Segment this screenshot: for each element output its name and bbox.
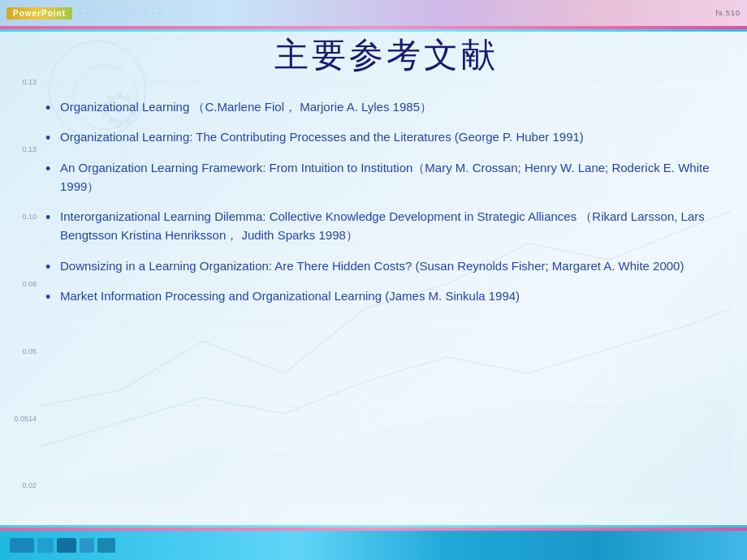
side-label-2: 0.13 [3, 145, 40, 153]
reference-text-3: An Organization Learning Framework: From… [60, 161, 709, 193]
side-label-4: 0.08 [3, 280, 40, 288]
slide-container: ⚙ PowerPoint · · · · · · · · · · · · fs.… [0, 0, 747, 560]
bottom-bar-blocks [10, 538, 115, 553]
bottom-bar [0, 531, 747, 560]
side-label-1: 0.13 [3, 78, 40, 86]
side-label-7: 0.02 [3, 481, 40, 489]
accent-line-teal-top [0, 29, 747, 32]
reference-text-4: Interorganizational Learning Dilemma: Co… [60, 209, 705, 242]
list-item: Organizational Learning （C.Marlene Fiol，… [42, 97, 731, 116]
top-bar-right: fs.510 [715, 9, 741, 17]
top-bar: PowerPoint · · · · · · · · · · · · fs.51… [0, 0, 747, 26]
side-label-3: 0.10 [3, 213, 40, 221]
bottom-block-2 [37, 538, 54, 553]
list-item: Interorganizational Learning Dilemma: Co… [42, 207, 731, 245]
reference-text-1: Organizational Learning （C.Marlene Fiol，… [60, 100, 432, 114]
list-item: Downsizing in a Learning Organization: A… [42, 256, 731, 275]
side-label-6: 0.0514 [3, 415, 40, 423]
bottom-block-4 [80, 538, 94, 553]
content-area: 主要参考文献 Organizational Learning （C.Marlen… [42, 32, 731, 523]
slide-title: 主要参考文献 [42, 32, 731, 78]
bottom-block-1 [10, 538, 34, 553]
side-label-5: 0.05 [3, 347, 40, 355]
top-bar-dots: · · · · · · · · · · · · [79, 9, 163, 17]
list-item: An Organization Learning Framework: From… [42, 158, 731, 196]
reference-text-2: Organizational Learning: The Contributin… [60, 130, 584, 144]
list-item: Market Information Processing and Organi… [42, 286, 731, 305]
references-list: Organizational Learning （C.Marlene Fiol，… [42, 97, 731, 305]
bottom-block-5 [97, 538, 115, 553]
list-item: Organizational Learning: The Contributin… [42, 127, 731, 146]
logo: PowerPoint [6, 7, 72, 19]
bottom-block-3 [57, 538, 76, 553]
reference-text-6: Market Information Processing and Organi… [60, 289, 520, 303]
side-labels: 0.13 0.13 0.10 0.08 0.05 0.0514 0.02 [3, 49, 40, 519]
reference-text-5: Downsizing in a Learning Organization: A… [60, 259, 684, 273]
